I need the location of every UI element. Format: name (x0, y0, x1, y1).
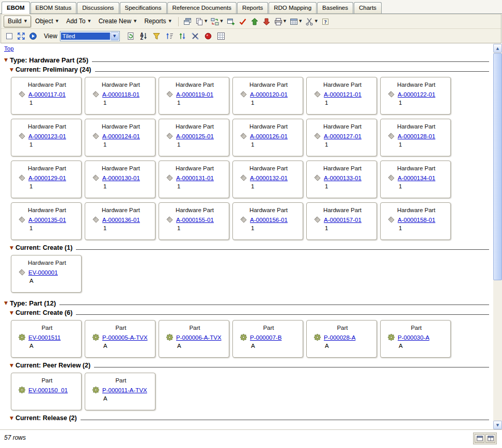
red-eye-icon-button[interactable] (202, 30, 214, 42)
expand-icon-button[interactable] (15, 30, 27, 42)
item-name-link[interactable]: EV-000150_01 (28, 387, 68, 393)
demote-icon-button[interactable] (261, 16, 272, 27)
item-name-link[interactable]: A-0000127-01 (324, 133, 362, 139)
item-name-link[interactable]: A-0000158-01 (398, 217, 435, 223)
state-group-header[interactable]: ▼Current: Create (6) (10, 308, 490, 317)
table-view-icon-button[interactable]: ▼ (288, 16, 303, 27)
item-card: Hardware PartA-0000157-011 (306, 202, 377, 240)
go-sphere-icon-button[interactable] (27, 30, 39, 42)
item-name-link[interactable]: P-000005-A-TVX (102, 334, 148, 341)
filter-icon-button[interactable] (151, 30, 162, 42)
sort-az-icon-button[interactable]: AZ (138, 30, 149, 42)
menu-add-to[interactable]: Add To▼ (62, 16, 95, 27)
tab-reports[interactable]: Reports (237, 2, 268, 13)
item-name-link[interactable]: P-000007-B (250, 334, 281, 341)
scroll-down-icon[interactable]: ▼ (493, 421, 502, 429)
menu-reports[interactable]: Reports▼ (140, 16, 175, 27)
chevron-down-icon[interactable]: ▼ (315, 20, 317, 23)
item-name-link[interactable]: A-0000129-01 (28, 175, 66, 181)
refresh-icon-button[interactable] (125, 30, 136, 42)
tab-discussions[interactable]: Discussions (77, 2, 119, 13)
collapse-triangle-icon[interactable]: ▼ (4, 57, 8, 62)
type-group-header[interactable]: ▼Type: Part (12) (4, 298, 490, 308)
split-pane-icon-button[interactable] (485, 434, 495, 443)
print-icon-button[interactable]: ▼ (273, 16, 288, 27)
help-icon-button[interactable]: ? (320, 16, 331, 27)
item-name-link[interactable]: P-000006-A-TVX (176, 334, 222, 341)
collapse-triangle-icon[interactable]: ▼ (10, 245, 13, 250)
copy-icon-button[interactable]: ▼ (194, 16, 209, 27)
item-name-link[interactable]: A-0000121-01 (324, 91, 362, 98)
collapse-triangle-icon[interactable]: ▼ (10, 363, 13, 368)
grid-view-icon-button[interactable] (215, 30, 227, 42)
promote-icon-button[interactable] (249, 16, 260, 27)
state-group-header[interactable]: ▼Current: Preliminary (24) (10, 65, 490, 74)
item-name-link[interactable]: A-0000133-01 (324, 175, 362, 181)
item-name-link[interactable]: P-000011-A-TVX (102, 387, 147, 393)
item-name-link[interactable]: A-0000126-01 (250, 133, 288, 139)
sort-levels-icon-button[interactable] (164, 30, 175, 42)
vertical-scrollbar[interactable]: ▲ ▼ (493, 44, 502, 429)
item-name-link[interactable]: A-0000134-01 (398, 175, 435, 181)
item-name-link[interactable]: EV-0001511 (28, 334, 60, 341)
top-link[interactable]: Top (4, 45, 14, 52)
open-new-window-icon-button[interactable] (225, 16, 237, 27)
tab-ebom[interactable]: EBOM (2, 2, 30, 14)
menu-object[interactable]: Object▼ (32, 16, 62, 27)
tab-baselines[interactable]: Baselines (317, 2, 353, 13)
state-group-header[interactable]: ▼Current: Release (2) (10, 413, 490, 423)
chevron-down-icon[interactable]: ▼ (284, 20, 286, 23)
item-name-link[interactable]: A-0000119-01 (176, 91, 213, 98)
item-name-link[interactable]: A-0000117-01 (28, 91, 66, 98)
tile-pane-icon-button[interactable] (475, 434, 484, 443)
tab-ebom-status[interactable]: EBOM Status (30, 2, 77, 13)
chevron-down-icon[interactable]: ▼ (220, 20, 223, 23)
scroll-up-icon[interactable]: ▲ (493, 44, 502, 53)
item-name-link[interactable]: A-0000128-01 (398, 133, 435, 139)
break-link-icon-button[interactable] (190, 30, 201, 42)
collapse-triangle-icon[interactable]: ▼ (10, 415, 13, 421)
item-name-link[interactable]: A-0000118-01 (102, 91, 139, 98)
scrollbar-thumb[interactable] (493, 53, 502, 280)
item-name-link[interactable]: A-0000135-01 (28, 217, 66, 223)
tab-rdo-mapping[interactable]: RDO Mapping (269, 2, 317, 13)
item-name-link[interactable]: A-0000157-01 (324, 217, 362, 223)
item-name-link[interactable]: A-0000136-01 (102, 217, 140, 223)
state-group-header[interactable]: ▼Current: Create (1) (10, 243, 490, 252)
tab-charts[interactable]: Charts (354, 2, 382, 13)
tab-specifications[interactable]: Specifications (120, 2, 167, 13)
item-name-link[interactable]: A-0000124-01 (102, 133, 140, 139)
type-group-header[interactable]: ▼Type: Hardware Part (25) (4, 55, 490, 65)
swap-arrows-icon-button[interactable] (177, 30, 188, 42)
item-name-link[interactable]: A-0000156-01 (250, 217, 288, 223)
item-name-link[interactable]: A-0000123-01 (28, 133, 66, 139)
item-name-link[interactable]: P-000030-A (398, 334, 429, 341)
item-name-link[interactable]: A-0000125-01 (176, 133, 214, 139)
menu-create-new[interactable]: Create New▼ (95, 16, 140, 27)
item-name-link[interactable]: A-0000155-01 (176, 217, 214, 223)
tab-reference-documents[interactable]: Reference Documents (167, 2, 237, 13)
red-check-icon-button[interactable] (237, 16, 248, 27)
collapse-triangle-icon[interactable]: ▼ (10, 67, 13, 72)
item-name-link[interactable]: A-0000132-01 (250, 175, 288, 181)
chevron-down-icon[interactable]: ▼ (205, 20, 207, 23)
item-name-link[interactable]: A-0000130-01 (102, 175, 140, 181)
collapse-triangle-icon[interactable]: ▼ (4, 300, 8, 306)
menu-build[interactable]: Build▼ (4, 15, 31, 27)
chevron-down-icon[interactable]: ▼ (299, 20, 302, 23)
item-name-link[interactable]: A-0000120-01 (250, 91, 288, 98)
item-name-link[interactable]: EV-000001 (28, 269, 58, 276)
state-group-header[interactable]: ▼Current: Peer Review (2) (10, 361, 490, 370)
item-name-link[interactable]: A-0000122-01 (398, 91, 435, 98)
chevron-down-icon[interactable]: ▼ (111, 32, 119, 40)
checkbox-icon-button[interactable] (4, 30, 15, 42)
item-name-link[interactable]: P-000028-A (324, 334, 355, 341)
item-name-link[interactable]: A-0000131-01 (176, 175, 214, 181)
item-type-label: Hardware Part (89, 165, 152, 171)
window-frame-icon-button[interactable] (182, 16, 193, 27)
view-select[interactable]: Tiled ▼ (60, 31, 120, 41)
cut-icon-button[interactable]: ▼ (304, 16, 319, 27)
item-card: Hardware PartA-0000121-011 (306, 77, 377, 115)
compare-structure-icon-button[interactable]: ▼ (209, 16, 224, 27)
collapse-triangle-icon[interactable]: ▼ (10, 310, 13, 315)
